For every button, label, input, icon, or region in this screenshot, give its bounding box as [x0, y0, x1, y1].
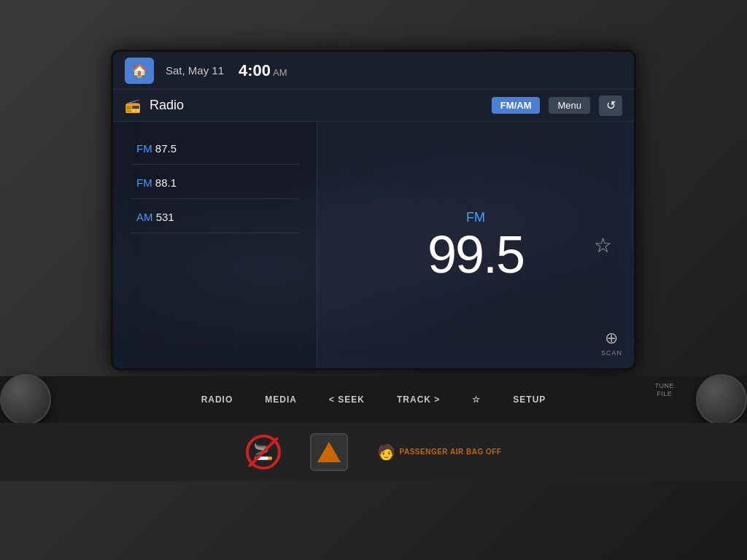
airbag-info: 🧑 PASSENGER AIR BAG OFF	[377, 443, 502, 461]
screen-header: 🏠 Sat, May 11 4:00AM	[113, 52, 634, 90]
seek-back-button[interactable]: < SEEK	[313, 376, 381, 423]
home-button[interactable]: 🏠	[125, 58, 154, 84]
current-band-label: FM	[466, 210, 485, 225]
favorite-star-button[interactable]: ☆	[594, 233, 612, 257]
current-station-display: FM 99.5 ☆ ⊕ SCAN	[317, 122, 634, 368]
favorite-button[interactable]: ☆	[456, 376, 497, 423]
airbag-icon: 🧑	[377, 443, 395, 461]
car-dashboard: 🏠 Sat, May 11 4:00AM 📻 Radio FM/AM Menu …	[0, 0, 747, 560]
screen-content: FM 87.5 FM 88.1 AM 531 FM 99.5 ☆ ⊕	[113, 122, 634, 368]
station-list: FM 87.5 FM 88.1 AM 531	[113, 122, 317, 368]
scan-button[interactable]: ⊕ SCAN	[601, 329, 622, 357]
hazard-icon	[317, 442, 341, 462]
hazard-button[interactable]	[310, 433, 348, 471]
station-freq-2: 88.1	[155, 176, 177, 189]
station-band-2: FM	[136, 176, 155, 189]
airbag-text: PASSENGER AIR BAG OFF	[400, 447, 502, 457]
radio-icon: 📻	[125, 98, 141, 114]
radio-label: Radio	[150, 98, 483, 113]
infotainment-screen: 🏠 Sat, May 11 4:00AM 📻 Radio FM/AM Menu …	[111, 50, 636, 370]
media-button[interactable]: MEDIA	[249, 376, 313, 423]
station-item-fm881[interactable]: FM 88.1	[131, 168, 299, 199]
infotainment-screen-container: 🏠 Sat, May 11 4:00AM 📻 Radio FM/AM Menu …	[111, 50, 636, 370]
screen-subheader: 📻 Radio FM/AM Menu ↺	[113, 90, 634, 122]
station-band-3: AM	[136, 211, 156, 223]
scan-icon: ⊕	[605, 329, 618, 348]
home-icon: 🏠	[131, 63, 147, 79]
tune-file-label: TUNEFILE	[655, 382, 675, 398]
date-display: Sat, May 11	[166, 64, 224, 77]
volume-knob[interactable]: VOL	[0, 374, 51, 425]
tune-knob[interactable]	[696, 374, 747, 425]
station-item-am531[interactable]: AM 531	[131, 202, 299, 233]
setup-button[interactable]: SETUP	[497, 376, 562, 423]
time-display: 4:00AM	[239, 61, 287, 80]
airbag-status: OFF	[486, 448, 502, 456]
scan-label: SCAN	[601, 349, 622, 357]
physical-button-bar: VOL RADIO MEDIA < SEEK TRACK > ☆ SETUP T…	[0, 376, 747, 423]
no-smoking-sign: 🚬	[246, 435, 281, 470]
fm-am-button[interactable]: FM/AM	[492, 97, 541, 114]
station-freq-1: 87.5	[155, 142, 177, 155]
no-smoking-line	[247, 437, 278, 467]
station-item-fm875[interactable]: FM 87.5	[131, 133, 299, 165]
track-button[interactable]: TRACK >	[381, 376, 456, 423]
bottom-strip: 🚬 🧑 PASSENGER AIR BAG OFF	[0, 423, 747, 481]
station-freq-3: 531	[156, 211, 174, 223]
current-frequency: 99.5	[427, 228, 524, 281]
station-band-1: FM	[136, 142, 155, 155]
date-time-display: Sat, May 11 4:00AM	[166, 61, 622, 80]
menu-button[interactable]: Menu	[549, 97, 590, 114]
radio-button[interactable]: RADIO	[185, 376, 249, 423]
back-button[interactable]: ↺	[599, 96, 622, 116]
